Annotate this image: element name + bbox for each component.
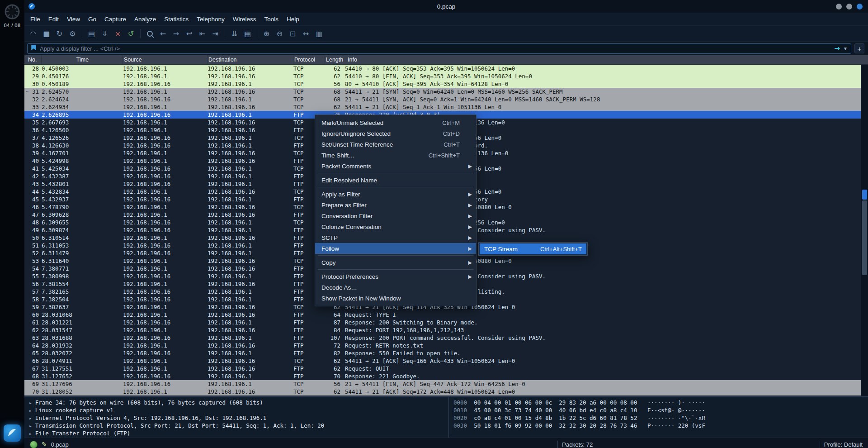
menu-telephony[interactable]: Telephony (193, 13, 229, 25)
find-packet-icon[interactable] (144, 28, 156, 39)
menu-view[interactable]: View (63, 13, 84, 25)
expander-icon[interactable]: ▸ (29, 408, 32, 414)
packet-row-60[interactable]: 6028.031068192.168.196.1192.168.196.16FT… (24, 311, 868, 319)
packet-row-65[interactable]: 6528.032072192.168.196.16192.168.196.1FT… (24, 349, 868, 357)
column-header-source[interactable]: Source (123, 55, 208, 64)
filter-bookmark-icon[interactable] (31, 44, 37, 52)
packet-row-32[interactable]: 322.624624192.168.196.16192.168.196.1TCP… (24, 95, 868, 103)
reload-file-icon[interactable]: ↺ (125, 28, 137, 39)
dock-knob-icon[interactable] (3, 2, 22, 21)
auto-scroll-icon[interactable]: ⇊ (228, 28, 241, 39)
zoom-out-icon[interactable]: ⊖ (274, 28, 286, 39)
hex-line[interactable]: 0010 45 00 00 3c 73 74 40 00 40 06 bd e4… (453, 406, 868, 414)
packet-row-29[interactable]: 290.450176192.168.196.1192.168.196.16TCP… (24, 72, 868, 80)
capture-options-icon[interactable]: ⚙ (66, 28, 79, 39)
expander-icon[interactable]: ▸ (29, 415, 32, 421)
menu-go[interactable]: Go (84, 13, 100, 25)
hex-line[interactable]: 0000 00 04 00 01 00 06 00 0c 29 83 20 a6… (453, 399, 868, 406)
packet-row-67[interactable]: 6731.127551192.168.196.1192.168.196.16FT… (24, 365, 868, 372)
hex-line[interactable]: 0020 c0 a8 c4 01 00 15 d4 8b 1b 22 5c d6… (453, 414, 868, 422)
capture-comment-icon[interactable]: ✎ (42, 441, 47, 448)
go-to-packet-icon[interactable]: ↩ (183, 28, 195, 39)
packet-row-28[interactable]: 280.450003192.168.196.1192.168.196.16TCP… (24, 65, 868, 72)
hex-line[interactable]: 0030 50 18 01 f6 09 92 00 00 32 32 30 20… (453, 422, 868, 429)
stop-capture-icon[interactable]: ■ (40, 28, 52, 39)
filter-add-button[interactable]: + (854, 43, 864, 53)
column-header-protocol[interactable]: Protocol (293, 55, 325, 64)
maximize-button[interactable] (846, 4, 852, 10)
close-file-icon[interactable]: × (112, 28, 124, 39)
detail-line[interactable]: ▸File Transfer Protocol (FTP) (29, 429, 448, 437)
column-header-info[interactable]: Info (341, 55, 868, 64)
detail-line[interactable]: ▸Internet Protocol Version 4, Src: 192.1… (29, 414, 448, 422)
menu-item-tcp-stream[interactable]: TCP Stream Ctrl+Alt+Shift+T (480, 243, 586, 254)
column-header-no[interactable]: No. (24, 55, 42, 64)
menu-item-show-packet-in-new-window[interactable]: Show Packet in New Window (315, 293, 476, 304)
packet-row-70[interactable]: 7031.128052192.168.196.1192.168.196.16TC… (24, 388, 868, 396)
display-columns-icon[interactable]: ▥ (313, 28, 325, 39)
go-back-icon[interactable]: ← (157, 28, 169, 39)
packet-row-31[interactable]: 312.624570192.168.196.1192.168.196.16TCP… (24, 88, 868, 95)
display-filter-input[interactable]: Apply a display filter ... <Ctrl-/> → ▼ (27, 43, 851, 54)
expander-icon[interactable]: ▸ (29, 423, 32, 429)
filter-apply-icon[interactable]: → (835, 44, 840, 52)
wireshark-dock-icon[interactable] (4, 424, 21, 442)
resize-columns-icon[interactable]: ↔ (300, 28, 312, 39)
menu-item-prepare-as-filter[interactable]: Prepare as Filter▶ (315, 200, 476, 210)
detail-line[interactable]: ▸Transmission Control Protocol, Src Port… (29, 422, 448, 429)
zoom-in-icon[interactable]: ⊕ (260, 28, 273, 39)
packet-row-69[interactable]: 6931.127696192.168.196.16192.168.196.1TC… (24, 380, 868, 388)
filter-dropdown-caret-icon[interactable]: ▼ (843, 46, 848, 51)
menu-item-time-shift[interactable]: Time Shift…Ctrl+Shift+T (315, 150, 476, 161)
packet-row-63[interactable]: 6328.031688192.168.196.16192.168.196.1FT… (24, 334, 868, 342)
menu-item-sctp[interactable]: SCTP▶ (315, 232, 476, 243)
menu-capture[interactable]: Capture (100, 13, 130, 25)
menu-analyze[interactable]: Analyze (130, 13, 160, 25)
expander-icon[interactable]: ▸ (29, 431, 32, 437)
packet-row-30[interactable]: 300.450189192.168.196.16192.168.196.1TCP… (24, 80, 868, 88)
start-capture-icon[interactable]: ◠ (27, 28, 39, 39)
scrollbar-thumb[interactable] (862, 200, 867, 275)
menu-item-edit-resolved-name[interactable]: Edit Resolved Name (315, 175, 476, 186)
packet-list-scrollbar[interactable] (861, 65, 868, 396)
packet-row-33[interactable]: 332.624934192.168.196.1192.168.196.16TCP… (24, 103, 868, 111)
statusbar-profile[interactable]: Profile: Default (824, 441, 863, 448)
menu-item-set-unset-time-reference[interactable]: Set/Unset Time ReferenceCtrl+T (315, 139, 476, 150)
packet-row-61[interactable]: 6128.031221192.168.196.16192.168.196.1FT… (24, 319, 868, 326)
detail-line[interactable]: ▸Linux cooked capture v1 (29, 406, 448, 414)
colorize-icon[interactable]: ▦ (241, 28, 254, 39)
save-file-icon[interactable]: ⇩ (99, 28, 111, 39)
expert-info-icon[interactable] (30, 441, 38, 448)
menu-item-follow[interactable]: Follow▶ (315, 243, 476, 254)
restart-capture-icon[interactable]: ↻ (53, 28, 66, 39)
go-first-icon[interactable]: ⇤ (196, 28, 208, 39)
menu-item-copy[interactable]: Copy▶ (315, 257, 476, 268)
menu-item-conversation-filter[interactable]: Conversation Filter▶ (315, 210, 476, 221)
menu-file[interactable]: File (26, 13, 44, 25)
menu-tools[interactable]: Tools (260, 13, 283, 25)
zoom-reset-icon[interactable]: ⊡ (287, 28, 299, 39)
menu-item-protocol-preferences[interactable]: Protocol Preferences▶ (315, 271, 476, 282)
menu-item-mark-unmark-selected[interactable]: Mark/Unmark SelectedCtrl+M (315, 117, 476, 128)
menu-item-decode-as[interactable]: Decode As… (315, 282, 476, 293)
packet-row-62[interactable]: 6228.031547192.168.196.1192.168.196.16FT… (24, 326, 868, 334)
close-button[interactable] (857, 4, 863, 10)
go-forward-icon[interactable]: → (170, 28, 182, 39)
menu-item-apply-as-filter[interactable]: Apply as Filter▶ (315, 189, 476, 200)
packet-row-66[interactable]: 6628.074911192.168.196.1192.168.196.16TC… (24, 357, 868, 365)
menu-item-packet-comments[interactable]: Packet Comments▶ (315, 161, 476, 172)
titlebar[interactable]: 0.pcap (24, 0, 868, 13)
packet-row-64[interactable]: 6428.031932192.168.196.1192.168.196.16FT… (24, 342, 868, 349)
column-header-time[interactable]: Time (42, 55, 123, 64)
column-header-destination[interactable]: Destination (208, 55, 293, 64)
menu-wireless[interactable]: Wireless (229, 13, 260, 25)
open-file-icon[interactable]: ▤ (85, 28, 98, 39)
menu-help[interactable]: Help (283, 13, 303, 25)
detail-line[interactable]: ▸Frame 34: 76 bytes on wire (608 bits), … (29, 399, 448, 406)
menu-item-ignore-unignore-selected[interactable]: Ignore/Unignore SelectedCtrl+D (315, 128, 476, 139)
minimize-button[interactable] (836, 4, 842, 10)
expander-icon[interactable]: ▸ (29, 400, 32, 406)
menu-statistics[interactable]: Statistics (160, 13, 193, 25)
packet-row-68[interactable]: 6831.127652192.168.196.16192.168.196.1FT… (24, 372, 868, 380)
menu-item-colorize-conversation[interactable]: Colorize Conversation▶ (315, 221, 476, 232)
